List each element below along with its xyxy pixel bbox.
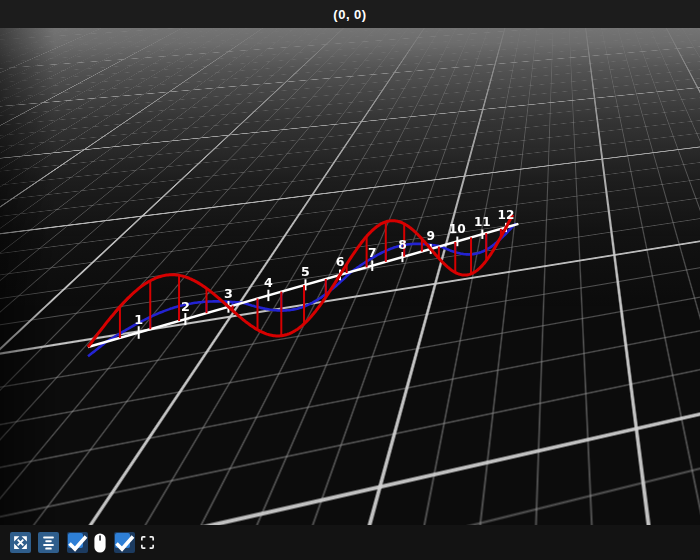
checkmark-icon xyxy=(114,532,136,554)
fullscreen-checkbox[interactable] xyxy=(114,532,135,553)
title-bar: (0, 0) xyxy=(0,0,700,28)
mouse-control-checkbox[interactable] xyxy=(67,532,88,553)
move-arrows-icon xyxy=(12,534,29,551)
fullscreen-icon[interactable] xyxy=(137,531,158,555)
grid-perspective-container xyxy=(0,28,700,525)
align-lines-icon xyxy=(40,534,57,551)
toolbar xyxy=(0,525,700,560)
mouse-icon xyxy=(89,531,110,555)
app-window: (0, 0) 123456789101112 xyxy=(0,0,700,560)
scene-3d-viewport[interactable] xyxy=(0,28,700,525)
window-title: (0, 0) xyxy=(333,7,366,22)
align-button[interactable] xyxy=(38,532,59,553)
checkmark-icon xyxy=(67,532,89,554)
pan-button[interactable] xyxy=(10,532,31,553)
